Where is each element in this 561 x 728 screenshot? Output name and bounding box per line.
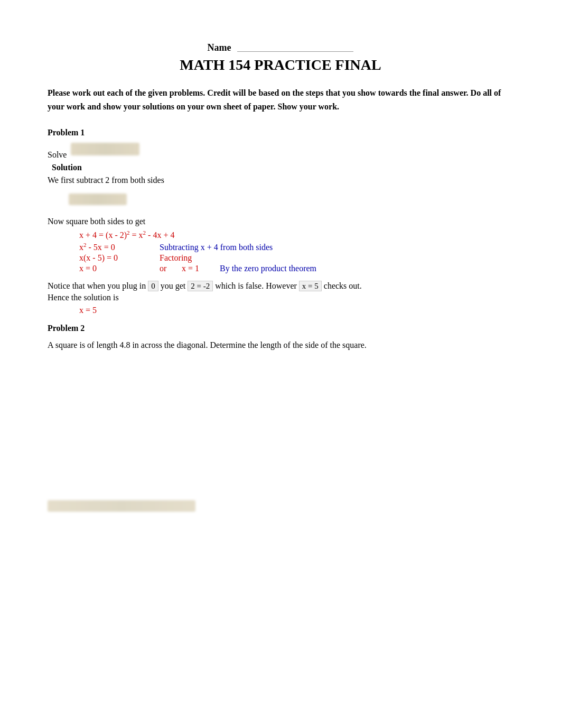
main-title: MATH 154 PRACTICE FINAL xyxy=(48,57,513,73)
problem-1-equation-image xyxy=(71,143,139,155)
step2-text: Now square both sides to get xyxy=(48,217,513,226)
problem-1-section: Problem 1 Solve Solution We first subtra… xyxy=(48,128,513,315)
step1-text: We first subtract 2 from both sides xyxy=(48,176,513,185)
notice-zero-value: 0 xyxy=(148,281,158,291)
math-line-1: x + 4 = (x - 2)2 = x2 - 4x + 4 xyxy=(79,229,513,240)
instructions: Please work out each of the given proble… xyxy=(48,86,513,113)
math-annotation-4: By the zero product theorem xyxy=(220,264,316,273)
notice-text-1: Notice that when you plug in xyxy=(48,281,146,290)
header: Name MATH 154 PRACTICE FINAL xyxy=(48,42,513,73)
name-underline-line xyxy=(237,44,353,52)
solve-line: Solve xyxy=(48,143,513,160)
notice-text-2: you get xyxy=(161,281,186,290)
math-line-4: x = 0 or x = 1 By the zero product theor… xyxy=(79,264,513,273)
math-expr-3: x(x - 5) = 0 xyxy=(79,253,153,263)
problem-2-label: Problem 2 xyxy=(48,324,513,333)
math-annotation-3: Factoring xyxy=(160,253,192,263)
problem-1-label: Problem 1 xyxy=(48,128,513,137)
hence-line: Hence the solution is xyxy=(48,293,513,302)
solution-value: x = 5 xyxy=(48,306,513,315)
notice-paragraph: Notice that when you plug in 0 you get 2… xyxy=(48,279,513,293)
problem-2-text: A square is of length 4.8 in across the … xyxy=(48,338,513,352)
math-steps-block: x + 4 = (x - 2)2 = x2 - 4x + 4 x2 - 5x =… xyxy=(48,229,513,273)
math-expr-1: x + 4 = (x - 2)2 = x2 - 4x + 4 xyxy=(79,229,174,240)
problem-2-section: Problem 2 A square is of length 4.8 in a… xyxy=(48,324,513,352)
name-line: Name xyxy=(48,42,513,53)
bottom-redacted-image xyxy=(48,500,195,512)
solution-label: Solution xyxy=(48,163,513,172)
notice-text-3: which is false. However xyxy=(215,281,297,290)
math-expr-4a: x = 0 xyxy=(79,264,153,273)
math-annotation-2: Subtracting x + 4 from both sides xyxy=(160,243,273,252)
math-expr-2: x2 - 5x = 0 xyxy=(79,242,153,252)
notice-equation-result: 2 = -2 xyxy=(188,281,213,291)
math-line-3: x(x - 5) = 0 Factoring xyxy=(79,253,513,263)
math-line-2: x2 - 5x = 0 Subtracting x + 4 from both … xyxy=(79,242,513,252)
math-expr-4b: x = 1 xyxy=(182,264,213,273)
name-label: Name xyxy=(208,42,231,53)
math-or: or xyxy=(160,264,175,273)
subtracted-equation-image xyxy=(69,193,127,205)
notice-text-4: checks out. xyxy=(324,281,362,290)
solve-prefix: Solve xyxy=(48,150,67,159)
notice-x5-value: x = 5 xyxy=(299,281,322,291)
